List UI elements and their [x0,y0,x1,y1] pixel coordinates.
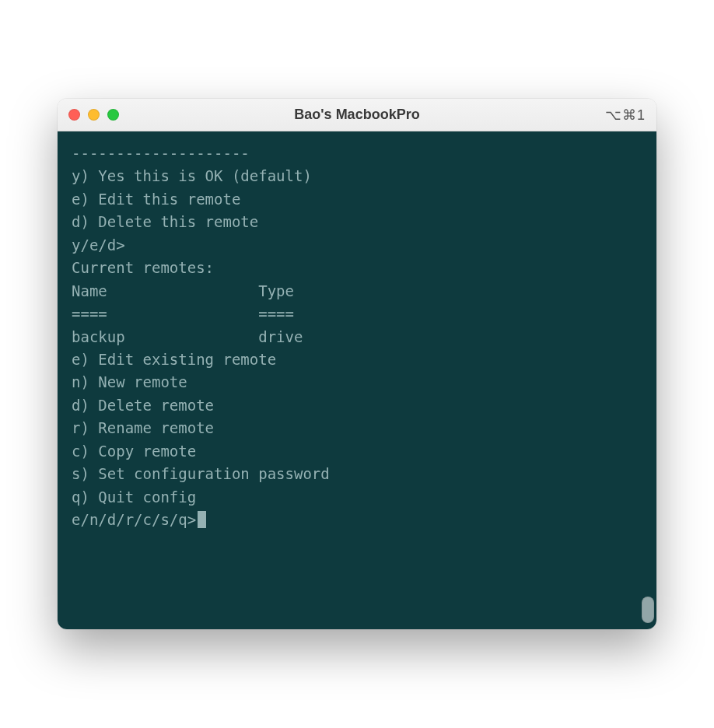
menu-e: e) Edit existing remote [72,348,642,371]
option-y: y) Yes this is OK (default) [72,165,642,187]
table-header: Name Type [72,280,642,303]
confirm-prompt: y/e/d> [72,234,642,257]
shortcut-indicator: ⌥⌘1 [605,107,646,124]
scrollbar-thumb[interactable] [642,597,654,623]
titlebar: Bao's MacbookPro ⌥⌘1 [58,99,656,131]
minimize-icon[interactable] [88,109,100,121]
current-remotes-label: Current remotes: [72,257,642,279]
window-title: Bao's MacbookPro [58,107,656,123]
main-prompt: e/n/d/r/c/s/q> [72,511,196,528]
terminal-body[interactable]: -------------------- y) Yes this is OK (… [58,131,656,629]
menu-n: n) New remote [72,371,642,394]
menu-s: s) Set configuration password [72,463,642,485]
table-underline: ==== ==== [72,303,642,325]
table-row: backup drive [72,326,642,348]
option-d: d) Delete this remote [72,211,642,233]
menu-c: c) Copy remote [72,440,642,463]
main-prompt-line: e/n/d/r/c/s/q> [72,509,642,531]
menu-d: d) Delete remote [72,394,642,417]
fullscreen-icon[interactable] [107,109,119,121]
menu-r: r) Rename remote [72,417,642,439]
option-e: e) Edit this remote [72,188,642,211]
cursor-icon [198,511,206,528]
traffic-lights [68,109,119,121]
close-icon[interactable] [68,109,80,121]
terminal-window: Bao's MacbookPro ⌥⌘1 -------------------… [58,99,656,629]
divider-line: -------------------- [72,142,642,165]
menu-q: q) Quit config [72,486,642,509]
